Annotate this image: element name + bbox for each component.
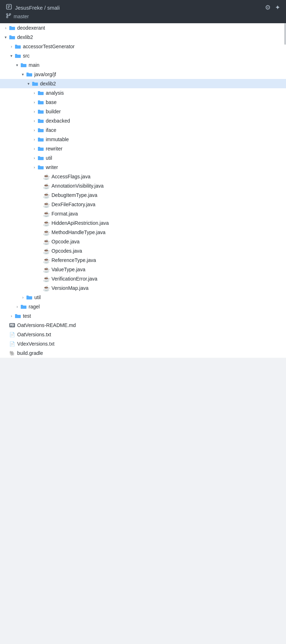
svg-rect-0 bbox=[6, 4, 11, 9]
item-label: ragel bbox=[29, 304, 40, 309]
tree-item-base[interactable]: › base bbox=[0, 98, 286, 107]
chevron-right-icon: › bbox=[20, 294, 26, 300]
folder-icon bbox=[37, 90, 44, 96]
text-file-icon: 📄 bbox=[9, 332, 16, 337]
chevron-right-icon: › bbox=[31, 99, 37, 105]
pin-icon[interactable]: ✦ bbox=[275, 4, 280, 11]
chevron-right-icon: › bbox=[31, 146, 37, 152]
repo-title[interactable]: JesusFreke / smali bbox=[6, 4, 60, 11]
tree-item-test[interactable]: › test bbox=[0, 311, 286, 321]
gear-icon[interactable]: ⚙ bbox=[265, 4, 271, 11]
chevron-right-icon: › bbox=[31, 90, 37, 96]
folder-icon bbox=[31, 81, 39, 86]
chevron-right-icon: › bbox=[9, 313, 14, 319]
tree-item-writer[interactable]: › writer bbox=[0, 163, 286, 172]
folder-icon bbox=[37, 99, 44, 105]
folder-icon bbox=[9, 25, 16, 31]
java-file-icon: ☕ bbox=[43, 211, 50, 217]
item-label: util bbox=[46, 155, 52, 161]
tree-item-Opcodes[interactable]: ☕Opcodes.java bbox=[0, 246, 286, 256]
tree-item-DebugItemType[interactable]: ☕DebugItemType.java bbox=[0, 190, 286, 200]
java-file-icon: ☕ bbox=[43, 267, 50, 272]
folder-icon bbox=[14, 44, 21, 49]
tree-item-VerificationError[interactable]: ☕VerificationError.java bbox=[0, 274, 286, 283]
java-file-icon: ☕ bbox=[43, 202, 50, 207]
item-label: writer bbox=[46, 164, 58, 170]
tree-item-dexlib2[interactable]: ▾ dexlib2 bbox=[0, 33, 286, 42]
item-label: rewriter bbox=[46, 146, 63, 152]
item-label: AccessFlags.java bbox=[51, 174, 90, 179]
folder-icon bbox=[37, 118, 44, 124]
tree-item-buildGradle[interactable]: 🐘build.gradle bbox=[0, 348, 286, 358]
folder-icon bbox=[26, 294, 33, 300]
tree-item-util_inner[interactable]: › util bbox=[0, 153, 286, 163]
branch-name: master bbox=[14, 14, 29, 19]
item-label: build.gradle bbox=[17, 350, 43, 356]
svg-rect-1 bbox=[8, 6, 10, 6]
tree-item-iface[interactable]: › iface bbox=[0, 125, 286, 135]
tree-item-analysis[interactable]: › analysis bbox=[0, 88, 286, 98]
item-label: HiddenApiRestriction.java bbox=[51, 220, 109, 226]
item-label: DexFileFactory.java bbox=[51, 202, 95, 207]
svg-rect-2 bbox=[8, 7, 10, 8]
tree-item-dexlib2_inner[interactable]: ▾ dexlib2 bbox=[0, 79, 286, 88]
item-label: util bbox=[34, 294, 41, 300]
tree-item-main[interactable]: ▾ main bbox=[0, 60, 286, 70]
chevron-right-icon: › bbox=[31, 109, 37, 114]
tree-item-AnnotationVisibility[interactable]: ☕AnnotationVisibility.java bbox=[0, 181, 286, 190]
item-label: dexbacked bbox=[46, 118, 70, 124]
tree-item-ValueType[interactable]: ☕ValueType.java bbox=[0, 265, 286, 274]
tree-item-accessorTestGenerator[interactable]: › accessorTestGenerator bbox=[0, 42, 286, 51]
tree-item-Format[interactable]: ☕Format.java bbox=[0, 209, 286, 218]
tree-item-src[interactable]: ▾ src bbox=[0, 51, 286, 60]
tree-item-immutable[interactable]: › immutable bbox=[0, 135, 286, 144]
tree-item-AccessFlags[interactable]: ☕AccessFlags.java bbox=[0, 172, 286, 181]
tree-item-ragel[interactable]: › ragel bbox=[0, 302, 286, 311]
tree-item-OatVersionsTxt[interactable]: 📄OatVersions.txt bbox=[0, 330, 286, 339]
folder-icon bbox=[9, 34, 16, 40]
tree-item-Opcode[interactable]: ☕Opcode.java bbox=[0, 237, 286, 246]
java-file-icon: ☕ bbox=[43, 248, 50, 254]
tree-item-java_org_jf[interactable]: ▾ java/org/jf bbox=[0, 70, 286, 79]
item-label: deodexerant bbox=[17, 25, 45, 31]
item-label: test bbox=[23, 313, 31, 319]
tree-item-ReferenceType[interactable]: ☕ReferenceType.java bbox=[0, 256, 286, 265]
chevron-right-icon: › bbox=[31, 137, 37, 142]
file-tree: › deodexerant▾ dexlib2› accessorTestGene… bbox=[0, 23, 286, 358]
item-label: VerificationError.java bbox=[51, 276, 97, 282]
folder-icon bbox=[37, 109, 44, 114]
folder-icon bbox=[37, 127, 44, 133]
tree-item-VersionMap[interactable]: ☕VersionMap.java bbox=[0, 283, 286, 293]
svg-point-4 bbox=[6, 16, 8, 18]
scrollbar[interactable] bbox=[284, 23, 286, 358]
markdown-file-icon: MD bbox=[9, 322, 16, 328]
tree-item-DexFileFactory[interactable]: ☕DexFileFactory.java bbox=[0, 200, 286, 209]
folder-icon bbox=[37, 146, 44, 152]
item-label: dexlib2 bbox=[17, 34, 33, 40]
tree-item-VdexVersionsTxt[interactable]: 📄VdexVersions.txt bbox=[0, 339, 286, 348]
folder-icon bbox=[26, 71, 33, 77]
folder-icon bbox=[37, 155, 44, 161]
java-file-icon: ☕ bbox=[43, 276, 50, 282]
java-file-icon: ☕ bbox=[43, 285, 50, 291]
chevron-right-icon: › bbox=[31, 118, 37, 124]
gradle-file-icon: 🐘 bbox=[9, 350, 16, 356]
tree-item-MethodHandleType[interactable]: ☕MethodHandleType.java bbox=[0, 228, 286, 237]
tree-item-OatVersionsReadme[interactable]: MDOatVersions-README.md bbox=[0, 321, 286, 330]
item-label: base bbox=[46, 99, 56, 105]
tree-item-deodexerant[interactable]: › deodexerant bbox=[0, 23, 286, 33]
item-label: Opcode.java bbox=[51, 239, 80, 244]
svg-point-5 bbox=[9, 14, 11, 15]
java-file-icon: ☕ bbox=[43, 257, 50, 263]
chevron-down-icon: ▾ bbox=[26, 81, 31, 86]
tree-item-util_outer[interactable]: › util bbox=[0, 293, 286, 302]
folder-icon bbox=[20, 62, 27, 68]
tree-item-HiddenApiRestriction[interactable]: ☕HiddenApiRestriction.java bbox=[0, 218, 286, 228]
folder-icon bbox=[37, 137, 44, 142]
item-label: builder bbox=[46, 109, 61, 114]
tree-item-rewriter[interactable]: › rewriter bbox=[0, 144, 286, 153]
chevron-right-icon: › bbox=[31, 127, 37, 133]
java-file-icon: ☕ bbox=[43, 183, 50, 189]
tree-item-dexbacked[interactable]: › dexbacked bbox=[0, 116, 286, 125]
tree-item-builder[interactable]: › builder bbox=[0, 107, 286, 116]
